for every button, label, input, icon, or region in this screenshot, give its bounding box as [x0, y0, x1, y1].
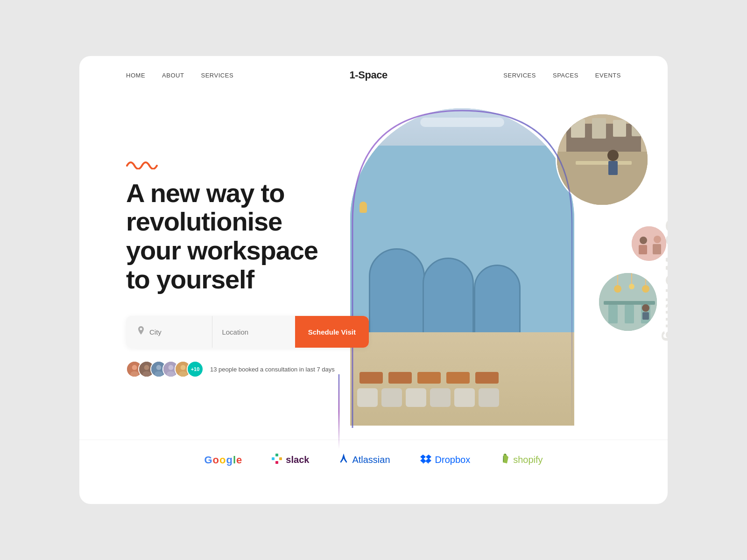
- svg-rect-38: [608, 305, 618, 323]
- nav-about[interactable]: ABOUT: [162, 72, 184, 79]
- brand-shopify: shopify: [500, 453, 543, 467]
- nav-right: SERVICES SPACES EVENTS: [503, 72, 621, 79]
- hero-left: A new way to revolutionise your workspac…: [126, 104, 369, 412]
- arch-1: [369, 248, 425, 342]
- slack-icon: [272, 454, 282, 466]
- brand-slack: slack: [272, 454, 309, 466]
- svg-point-23: [607, 150, 619, 161]
- location-input[interactable]: [222, 328, 285, 336]
- main-hero-image: [350, 108, 574, 426]
- svg-rect-42: [642, 312, 649, 320]
- nav-spaces[interactable]: SPACES: [553, 72, 578, 79]
- wave-decoration: [126, 156, 369, 171]
- separator-line: [338, 374, 339, 449]
- svg-point-41: [642, 304, 649, 312]
- avatar-count: +10: [188, 362, 203, 377]
- avatar-plus: +10: [187, 361, 204, 378]
- svg-point-5: [142, 371, 151, 377]
- svg-point-1: [132, 365, 137, 370]
- chairs-row: [357, 388, 499, 407]
- svg-point-14: [179, 371, 187, 377]
- nav-services-right[interactable]: SERVICES: [503, 72, 536, 79]
- seating-area: [350, 332, 574, 412]
- ceiling-light: [420, 118, 504, 127]
- svg-rect-39: [625, 305, 634, 323]
- svg-point-11: [167, 371, 175, 377]
- nav-services-left[interactable]: SERVICES: [201, 72, 233, 79]
- arch-2: [423, 258, 474, 342]
- search-bar: Schedule Visit: [126, 316, 369, 348]
- svg-rect-43: [272, 457, 275, 460]
- svg-point-34: [629, 284, 634, 289]
- page-container: HOME ABOUT SERVICES 1-Space SERVICES SPA…: [79, 56, 668, 504]
- location-field: [212, 316, 295, 348]
- svg-point-4: [144, 365, 149, 370]
- svg-rect-46: [275, 461, 278, 464]
- arch-container: [350, 108, 574, 426]
- svg-point-7: [156, 365, 162, 370]
- city-input[interactable]: [149, 328, 201, 336]
- hero-section: A new way to revolutionise your workspac…: [79, 94, 668, 430]
- svg-point-10: [169, 365, 174, 370]
- nav-home[interactable]: HOME: [126, 72, 145, 79]
- svg-point-2: [130, 371, 139, 377]
- svg-point-13: [181, 365, 186, 370]
- circle-image-small-2: [598, 272, 658, 332]
- atlassian-icon: [339, 454, 348, 466]
- nav-left: HOME ABOUT SERVICES: [126, 72, 233, 79]
- svg-point-26: [640, 237, 647, 244]
- brand-atlassian: Atlassian: [339, 454, 390, 466]
- svg-rect-27: [639, 245, 647, 254]
- svg-rect-22: [576, 161, 632, 165]
- svg-rect-24: [608, 161, 618, 175]
- circle-office-image-3: [599, 273, 657, 331]
- svg-rect-47: [503, 456, 504, 462]
- schedule-visit-button[interactable]: Schedule Visit: [295, 316, 369, 348]
- svg-point-36: [642, 285, 649, 293]
- arch-3: [474, 265, 521, 342]
- social-proof-text: 13 people booked a consultation in last …: [210, 366, 335, 373]
- google-icon: Google: [204, 454, 242, 466]
- svg-point-32: [614, 285, 621, 293]
- dropbox-icon: [420, 454, 431, 466]
- hero-title: A new way to revolutionise your workspac…: [126, 179, 369, 294]
- shopify-icon: [500, 453, 509, 467]
- brand-dropbox: Dropbox: [420, 454, 471, 466]
- avatars-group: +10: [126, 361, 204, 378]
- svg-rect-45: [279, 457, 282, 460]
- svg-rect-20: [613, 120, 626, 137]
- svg-rect-21: [632, 121, 643, 136]
- svg-point-8: [155, 371, 163, 377]
- svg-rect-44: [275, 454, 278, 456]
- city-field: [126, 316, 212, 348]
- nav-events[interactable]: EVENTS: [595, 72, 621, 79]
- brands-section: Google slack Atlassian: [79, 440, 668, 483]
- brand-logo[interactable]: 1-Space: [350, 69, 388, 81]
- social-proof: +10 13 people booked a consultation in l…: [126, 361, 369, 378]
- brand-google: Google: [204, 454, 242, 466]
- navbar: HOME ABOUT SERVICES 1-Space SERVICES SPA…: [79, 56, 668, 94]
- table-row-1: [359, 372, 499, 384]
- circle-image-large: [556, 113, 649, 206]
- arch-interior: [350, 108, 574, 426]
- coworking-label: Co Working: [658, 188, 668, 374]
- svg-rect-19: [592, 118, 606, 139]
- circle-office-image-1: [557, 114, 648, 205]
- pin-icon: [137, 326, 145, 338]
- svg-rect-37: [604, 301, 655, 305]
